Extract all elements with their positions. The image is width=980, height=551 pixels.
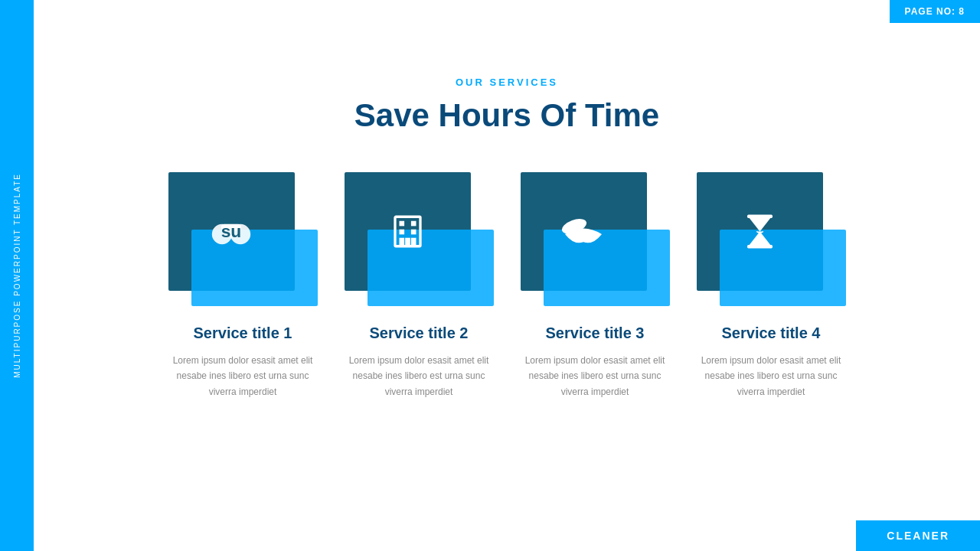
service-icon-wrapper-1: su xyxy=(168,172,318,306)
section-title: Save Hours Of Time xyxy=(354,97,659,134)
service-icon-3 xyxy=(521,172,647,291)
service-icon-wrapper-3 xyxy=(521,172,670,306)
left-bar: MULTIPURPOSE POWERPOINT TEMPLATE xyxy=(0,0,34,551)
left-bar-text: MULTIPURPOSE POWERPOINT TEMPLATE xyxy=(13,173,21,378)
service-card-3: Service title 3 Lorem ipsum dolor esasit… xyxy=(518,172,671,399)
service-title-1: Service title 1 xyxy=(194,324,292,342)
service-icon-2 xyxy=(345,172,471,291)
service-title-4: Service title 4 xyxy=(722,324,821,342)
service-desc-1: Lorem ipsum dolor esasit amet elit nesab… xyxy=(166,353,319,399)
service-icon-wrapper-4 xyxy=(697,172,846,306)
service-card-4: Service title 4 Lorem ipsum dolor esasit… xyxy=(694,172,848,399)
service-card-2: Service title 2 Lorem ipsum dolor esasit… xyxy=(342,172,495,399)
main-content: OUR SERVICES Save Hours Of Time su Servi… xyxy=(34,0,980,551)
services-grid: su Service title 1 Lorem ipsum dolor esa… xyxy=(166,172,848,399)
section-label: OUR SERVICES xyxy=(456,77,558,88)
svg-rect-15 xyxy=(747,245,773,248)
service-desc-2: Lorem ipsum dolor esasit amet elit nesab… xyxy=(342,353,495,399)
svg-rect-11 xyxy=(410,238,416,246)
svg-rect-10 xyxy=(399,238,404,246)
service-icon-4 xyxy=(697,172,823,291)
svg-text:su: su xyxy=(221,221,242,241)
service-title-3: Service title 3 xyxy=(546,324,645,342)
svg-rect-8 xyxy=(399,230,404,235)
service-icon-1: su xyxy=(168,172,295,291)
service-desc-4: Lorem ipsum dolor esasit amet elit nesab… xyxy=(694,353,848,399)
service-card-1: su Service title 1 Lorem ipsum dolor esa… xyxy=(166,172,319,399)
service-desc-3: Lorem ipsum dolor esasit amet elit nesab… xyxy=(518,353,671,399)
svg-rect-12 xyxy=(405,238,410,246)
svg-rect-7 xyxy=(410,221,416,227)
service-title-2: Service title 2 xyxy=(370,324,469,342)
service-icon-wrapper-2 xyxy=(345,172,494,306)
svg-rect-9 xyxy=(410,230,416,235)
svg-rect-6 xyxy=(399,221,404,227)
svg-rect-14 xyxy=(747,215,773,218)
